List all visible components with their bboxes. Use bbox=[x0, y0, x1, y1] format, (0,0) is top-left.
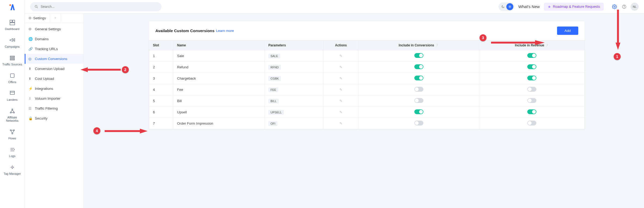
cell-slot: 5 bbox=[149, 95, 173, 107]
toggle-revenue[interactable] bbox=[527, 53, 536, 58]
param-tag: RFND bbox=[268, 65, 281, 70]
rail-label: Campaigns bbox=[1, 45, 24, 48]
sidebar-item-label: Cost Upload bbox=[35, 77, 54, 81]
toggle-conversions[interactable] bbox=[414, 64, 423, 69]
moon-icon[interactable] bbox=[499, 3, 506, 10]
sidebar-item-label: Domains bbox=[35, 37, 49, 41]
help-icon[interactable]: ❔ bbox=[545, 44, 549, 47]
theme-toggle[interactable] bbox=[499, 2, 514, 11]
svg-rect-7 bbox=[10, 74, 14, 77]
sidebar-item-tracking-urls[interactable]: 🔗Tracking URLs bbox=[25, 44, 83, 54]
cell-name: Chargeback bbox=[173, 73, 265, 84]
sidebar-item-security[interactable]: 🔒Security bbox=[25, 113, 83, 123]
rail-landers[interactable]: Landers bbox=[0, 87, 25, 105]
tab-settings[interactable]: ⚙ Settings bbox=[25, 13, 50, 23]
sidebar-item-traffic-filtering[interactable]: ☰Traffic Filtering bbox=[25, 103, 83, 113]
sidebar-item-domains[interactable]: 🌐Domains bbox=[25, 34, 83, 44]
toggle-conversions[interactable] bbox=[414, 98, 423, 103]
rail-tag-manager[interactable]: Tag Manager bbox=[0, 161, 25, 179]
plug-icon: ⚡ bbox=[28, 87, 33, 91]
cell-parameters: BILL bbox=[265, 95, 324, 107]
svg-point-20 bbox=[12, 166, 13, 168]
lock-icon: 🔒 bbox=[28, 116, 33, 120]
roadmap-label: Roadmap & Feature Requests bbox=[553, 5, 600, 9]
param-tag: OFI bbox=[268, 121, 277, 126]
cell-actions: ✎ bbox=[324, 107, 358, 118]
rail-affiliate-networks[interactable]: Affiliate Networks bbox=[0, 105, 25, 126]
edit-icon[interactable]: ✎ bbox=[339, 65, 342, 69]
cell-parameters: CGBK bbox=[265, 73, 324, 84]
sidebar-item-cost-upload[interactable]: ⬆Cost Upload bbox=[25, 74, 83, 84]
sidebar-item-label: General Settings bbox=[35, 27, 61, 31]
toggle-revenue[interactable] bbox=[527, 87, 536, 92]
settings-gear-icon[interactable] bbox=[611, 3, 618, 10]
sidebar-item-custom-conversions[interactable]: ◎Custom Conversions bbox=[25, 54, 83, 64]
cell-parameters: FEE bbox=[265, 84, 324, 95]
add-tab-button[interactable]: ＋ bbox=[50, 13, 61, 23]
search-box[interactable] bbox=[30, 2, 162, 11]
toggle-revenue[interactable] bbox=[527, 76, 536, 80]
toggle-conversions[interactable] bbox=[414, 121, 423, 125]
search-input[interactable] bbox=[41, 5, 157, 9]
svg-point-13 bbox=[10, 130, 11, 131]
help-icon[interactable]: ❔ bbox=[435, 44, 439, 47]
rail-traffic-sources[interactable]: Traffic Sources bbox=[0, 52, 25, 70]
roadmap-button[interactable]: ★ Roadmap & Feature Requests bbox=[544, 3, 604, 11]
edit-icon[interactable]: ✎ bbox=[339, 88, 342, 92]
svg-rect-1 bbox=[10, 20, 12, 22]
cell-include-revenue bbox=[479, 84, 585, 95]
link-icon: 🔗 bbox=[28, 47, 33, 51]
toggle-revenue[interactable] bbox=[527, 98, 536, 103]
whats-new-link[interactable]: What's New bbox=[518, 4, 540, 9]
cell-include-conversions bbox=[358, 62, 479, 73]
svg-rect-3 bbox=[10, 23, 15, 25]
toggle-revenue[interactable] bbox=[527, 109, 536, 114]
toggle-conversions[interactable] bbox=[414, 109, 423, 114]
sidebar-item-general-settings[interactable]: ⚙General Settings bbox=[25, 24, 83, 34]
edit-icon[interactable]: ✎ bbox=[339, 121, 342, 125]
param-tag: SALE bbox=[268, 54, 280, 58]
upload-icon: ⬆ bbox=[28, 67, 33, 71]
toggle-conversions[interactable] bbox=[414, 76, 423, 80]
edit-icon[interactable]: ✎ bbox=[339, 54, 342, 58]
rail-offers[interactable]: Offers bbox=[0, 70, 25, 87]
sidebar-item-conversion-upload[interactable]: ⬆Conversion Upload bbox=[25, 64, 83, 74]
toggle-revenue[interactable] bbox=[527, 121, 536, 125]
cell-actions: ✎ bbox=[324, 50, 358, 62]
rail-campaigns[interactable]: Campaigns bbox=[0, 34, 25, 52]
toggle-conversions[interactable] bbox=[414, 87, 423, 92]
sun-icon[interactable] bbox=[506, 3, 513, 10]
edit-icon[interactable]: ✎ bbox=[339, 76, 342, 80]
cell-include-conversions bbox=[358, 107, 479, 118]
cell-include-revenue bbox=[479, 73, 585, 84]
cell-include-conversions bbox=[358, 73, 479, 84]
rail-dashboard[interactable]: Dashboard bbox=[0, 17, 25, 34]
cell-actions: ✎ bbox=[324, 118, 358, 129]
gear-icon: ⚙ bbox=[28, 16, 32, 20]
rail-label: Affiliate Networks bbox=[1, 116, 24, 122]
svg-rect-2 bbox=[13, 20, 15, 22]
panel-title: Available Custom Conversions bbox=[155, 28, 214, 33]
sidebar-item-label: Integrations bbox=[35, 87, 53, 91]
col-parameters: Parameters bbox=[265, 40, 324, 50]
help-icon[interactable] bbox=[620, 3, 628, 10]
toggle-revenue[interactable] bbox=[527, 64, 536, 69]
user-avatar[interactable]: NL bbox=[631, 3, 639, 11]
sidebar-item-integrations[interactable]: ⚡Integrations bbox=[25, 84, 83, 94]
upload-icon: ⬆ bbox=[28, 77, 33, 81]
rail-logs[interactable]: Logs bbox=[0, 144, 25, 161]
learn-more-link[interactable]: Learn more bbox=[216, 29, 234, 33]
svg-rect-4 bbox=[10, 56, 14, 57]
toggle-conversions[interactable] bbox=[414, 53, 423, 58]
sidebar-item-voluum-importer[interactable]: ⇩Voluum Importer bbox=[25, 94, 83, 103]
col-include-revenue: Include in Revenue ❔ bbox=[479, 40, 585, 50]
app-logo[interactable] bbox=[8, 3, 17, 12]
rail-flows[interactable]: Flows bbox=[0, 126, 25, 144]
rail-label: Traffic Sources bbox=[1, 63, 24, 66]
edit-icon[interactable]: ✎ bbox=[339, 99, 342, 103]
edit-icon[interactable]: ✎ bbox=[339, 110, 342, 114]
svg-point-14 bbox=[13, 130, 14, 131]
rail-label: Offers bbox=[1, 80, 24, 84]
svg-point-21 bbox=[35, 5, 37, 7]
add-button[interactable]: Add bbox=[557, 27, 578, 35]
